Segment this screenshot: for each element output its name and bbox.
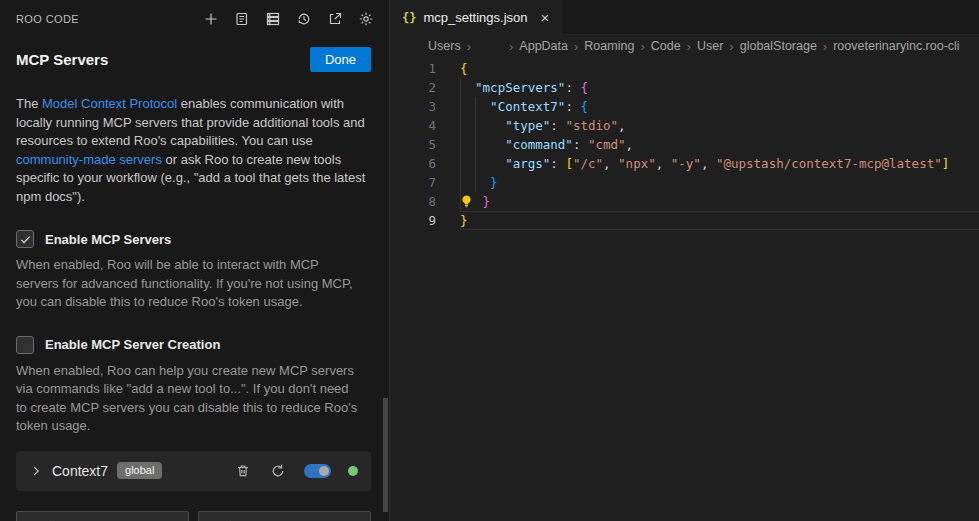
toggle-knob	[319, 466, 329, 476]
code-line[interactable]: 8 }	[390, 192, 979, 211]
enable-mcp-servers-label: Enable MCP Servers	[45, 232, 171, 247]
mcp-server-card: Context7 global	[16, 451, 371, 491]
enable-mcp-creation-row: Enable MCP Server Creation	[0, 336, 389, 354]
server-name: Context7	[52, 463, 108, 479]
sidebar-header: ROO CODE	[0, 0, 389, 28]
enable-mcp-creation-checkbox[interactable]	[16, 336, 34, 354]
edit-global-mcp-label: Edit Global MCP	[63, 518, 164, 521]
enable-mcp-servers-description: When enabled, Roo will be able to intera…	[0, 256, 389, 311]
enable-mcp-creation-label: Enable MCP Server Creation	[45, 337, 220, 352]
enable-mcp-creation-description: When enabled, Roo can help you create ne…	[0, 362, 389, 436]
code-text: "Context7": {	[460, 97, 979, 116]
mcp-server-icon[interactable]	[264, 10, 282, 28]
code-line[interactable]: 2 "mcpServers": {	[390, 78, 979, 97]
breadcrumb-separator-icon: ›	[727, 39, 735, 54]
sidebar-scrollbar-thumb[interactable]	[383, 398, 388, 512]
breadcrumb-separator-icon: ›	[821, 39, 829, 54]
breadcrumb-item[interactable]: Roaming	[584, 39, 634, 53]
server-card-actions	[234, 462, 358, 480]
breadcrumb-item[interactable]: Users	[428, 39, 461, 53]
line-number: 7	[390, 173, 460, 192]
edit-global-mcp-button[interactable]: Edit Global MCP	[16, 511, 189, 521]
code-text: "type": "stdio",	[460, 116, 979, 135]
notebook-icon[interactable]	[233, 10, 251, 28]
roo-code-sidebar: ROO CODE MCP Servers Done The Model Cont…	[0, 0, 390, 521]
line-number: 4	[390, 116, 460, 135]
breadcrumb-separator-icon: ›	[507, 39, 515, 54]
close-tab-icon[interactable]: ×	[541, 10, 550, 25]
breadcrumb-item[interactable]: User	[697, 39, 723, 53]
breadcrumb-separator-icon: ›	[638, 39, 646, 54]
edit-project-mcp-label: Edit Project MCP	[243, 518, 348, 521]
code-text: }	[460, 211, 979, 230]
code-line[interactable]: 5 "command": "cmd",	[390, 135, 979, 154]
app-window: ROO CODE MCP Servers Done The Model Cont…	[0, 0, 979, 521]
lightbulb-icon[interactable]	[459, 194, 474, 209]
tab-mcp-settings[interactable]: {} mcp_settings.json ×	[390, 0, 562, 35]
code-lines: 1{2 "mcpServers": {3 "Context7": {4 "typ…	[390, 59, 979, 230]
code-line[interactable]: 4 "type": "stdio",	[390, 116, 979, 135]
line-number: 2	[390, 78, 460, 97]
tab-filename: mcp_settings.json	[423, 10, 527, 25]
code-text: }	[460, 192, 979, 211]
done-button[interactable]: Done	[310, 47, 371, 72]
page-title: MCP Servers	[16, 51, 108, 68]
edit-project-mcp-button[interactable]: Edit Project MCP	[198, 511, 371, 521]
line-number: 3	[390, 97, 460, 116]
breadcrumb-item[interactable]: Code	[651, 39, 681, 53]
inline-link[interactable]: Model Context Protocol	[42, 96, 177, 111]
expand-chevron-icon[interactable]	[29, 464, 43, 478]
server-status-dot	[348, 466, 358, 476]
gear-icon[interactable]	[357, 10, 375, 28]
breadcrumb-item[interactable]: rooveterinaryinc.roo-cli	[833, 39, 959, 53]
breadcrumb-item[interactable]: AppData	[519, 39, 568, 53]
code-line[interactable]: 7 }	[390, 173, 979, 192]
code-line[interactable]: 9}	[390, 211, 979, 230]
sidebar-header-icons	[202, 10, 375, 28]
edit-buttons-row: Edit Global MCP Edit Project MCP	[16, 511, 371, 521]
server-enabled-toggle[interactable]	[304, 464, 331, 478]
editor-tab-bar: {} mcp_settings.json ×	[390, 0, 979, 35]
breadcrumb-separator-icon: ›	[572, 39, 580, 54]
editor-pane: {} mcp_settings.json × Users››AppData›Ro…	[390, 0, 979, 521]
restart-server-icon[interactable]	[269, 462, 287, 480]
enable-mcp-servers-checkbox[interactable]	[16, 230, 34, 248]
check-icon	[19, 233, 32, 246]
code-editor[interactable]: 1{2 "mcpServers": {3 "Context7": {4 "typ…	[390, 57, 979, 521]
breadcrumb-item[interactable]: globalStorage	[740, 39, 817, 53]
scope-badge: global	[117, 462, 162, 479]
delete-server-icon[interactable]	[234, 462, 252, 480]
breadcrumb-separator-icon: ›	[685, 39, 693, 54]
line-number: 9	[390, 211, 460, 230]
code-text: }	[460, 173, 979, 192]
code-line[interactable]: 6 "args": ["/c", "npx", "-y", "@upstash/…	[390, 154, 979, 173]
breadcrumb: Users››AppData›Roaming›Code›User›globalS…	[390, 35, 979, 57]
intro-paragraph: The Model Context Protocol enables commu…	[0, 95, 389, 206]
code-text: "mcpServers": {	[460, 78, 979, 97]
code-line[interactable]: 1{	[390, 59, 979, 78]
inline-link[interactable]: community-made servers	[16, 152, 162, 167]
enable-mcp-servers-row: Enable MCP Servers	[0, 230, 389, 248]
json-braces-icon: {}	[402, 11, 416, 25]
breadcrumb-separator-icon: ›	[465, 39, 473, 54]
line-number: 5	[390, 135, 460, 154]
line-number: 8	[390, 192, 460, 211]
code-text: "command": "cmd",	[460, 135, 979, 154]
brand-label: ROO CODE	[16, 13, 79, 25]
code-text: "args": ["/c", "npx", "-y", "@upstash/co…	[460, 154, 979, 173]
title-row: MCP Servers Done	[0, 47, 389, 72]
line-number: 6	[390, 154, 460, 173]
code-line[interactable]: 3 "Context7": {	[390, 97, 979, 116]
plus-icon[interactable]	[202, 10, 220, 28]
popout-icon[interactable]	[326, 10, 344, 28]
code-text: {	[460, 59, 979, 78]
intro-text: The	[16, 96, 42, 111]
line-number: 1	[390, 59, 460, 78]
history-icon[interactable]	[295, 10, 313, 28]
